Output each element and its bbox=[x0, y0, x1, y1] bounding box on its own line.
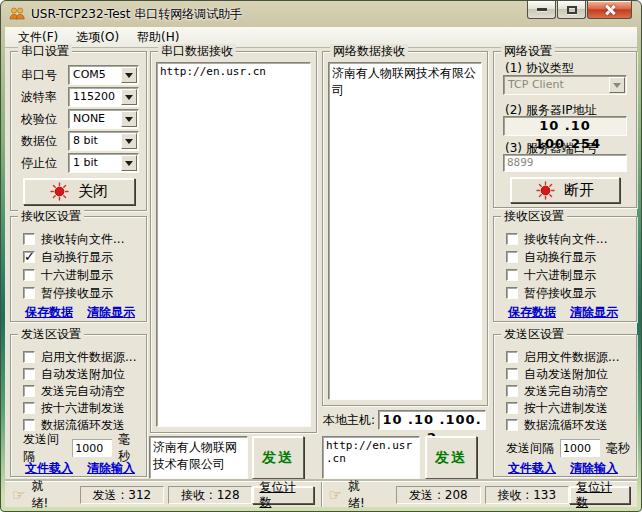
save-data-link[interactable]: 保存数据 bbox=[25, 304, 73, 321]
stop-bits-label: 停止位 bbox=[21, 155, 68, 172]
pointing-hand-icon: ☞ bbox=[12, 486, 25, 504]
serial-close-button[interactable]: 关闭 bbox=[23, 178, 135, 205]
serial-data-group: 串口数据接收 http://en.usr.cn bbox=[150, 51, 317, 433]
network-send-button[interactable]: 发送 bbox=[425, 436, 477, 479]
serial-recv-links: 保存数据 清除显示 bbox=[25, 304, 135, 321]
menu-options[interactable]: 选项(O) bbox=[67, 27, 128, 48]
load-file-link[interactable]: 文件载入 bbox=[508, 460, 556, 477]
chevron-down-icon bbox=[609, 77, 625, 93]
parity-value: NONE bbox=[73, 110, 105, 128]
clear-input-link[interactable]: 清除输入 bbox=[87, 460, 135, 477]
checkbox-box[interactable] bbox=[23, 385, 35, 397]
server-ip-field[interactable]: 10 .10 .100.254 bbox=[503, 116, 627, 136]
network-receive-area[interactable]: 济南有人物联网技术有限公司 bbox=[328, 62, 482, 400]
data-bits-select[interactable]: 8 bit bbox=[68, 131, 139, 151]
local-host-row: 本地主机: 10 .10 .100. 2 bbox=[323, 410, 486, 430]
network-send-file-source-checkbox[interactable]: 启用文件数据源... bbox=[506, 349, 632, 365]
network-reset-count-button[interactable]: 复位计数 bbox=[569, 486, 630, 504]
serial-interval-input[interactable] bbox=[72, 439, 112, 457]
network-send-interval-row: 发送间隔 毫秒 bbox=[506, 438, 630, 458]
clear-display-link[interactable]: 清除显示 bbox=[87, 304, 135, 321]
baud-rate-label: 波特率 bbox=[21, 89, 68, 106]
checkbox-box[interactable] bbox=[23, 287, 35, 299]
chevron-down-icon[interactable] bbox=[121, 67, 137, 83]
checkbox-box[interactable] bbox=[506, 287, 518, 299]
chevron-down-icon[interactable] bbox=[121, 111, 137, 127]
checkbox-box[interactable] bbox=[506, 385, 518, 397]
serial-send-append-bit-checkbox[interactable]: 自动发送附加位 bbox=[23, 366, 142, 382]
checkbox-box[interactable] bbox=[506, 368, 518, 380]
chevron-down-icon[interactable] bbox=[121, 133, 137, 149]
clear-display-link[interactable]: 清除显示 bbox=[570, 304, 618, 321]
network-recv-auto-newline-checkbox[interactable]: 自动换行显示 bbox=[506, 249, 632, 265]
checkbox-box[interactable] bbox=[23, 368, 35, 380]
server-port-field[interactable]: 8899 bbox=[503, 154, 627, 172]
checkbox-box[interactable] bbox=[506, 269, 518, 281]
minimize-icon bbox=[537, 8, 547, 11]
com-port-label: 串口号 bbox=[21, 67, 68, 84]
stop-bits-select[interactable]: 1 bit bbox=[68, 153, 139, 173]
network-settings-title: 网络设置 bbox=[501, 44, 555, 59]
serial-send-settings-group: 发送区设置 启用文件数据源... 自动发送附加位 发送完自动清空 按十六进制发送 bbox=[10, 334, 147, 477]
serial-send-button[interactable]: 发送 bbox=[252, 436, 304, 479]
network-settings-group: 网络设置 (1) 协议类型 TCP Client (2) 服务器IP地址 10 … bbox=[493, 51, 637, 208]
app-icon bbox=[9, 6, 25, 22]
close-icon bbox=[604, 5, 616, 15]
checkbox-box[interactable] bbox=[23, 419, 35, 431]
network-recv-hex-display-checkbox[interactable]: 十六进制显示 bbox=[506, 267, 632, 283]
network-disconnect-label: 断开 bbox=[564, 181, 594, 200]
title-bar: USR-TCP232-Test 串口转网络调试助手 bbox=[1, 1, 641, 27]
checkbox-box[interactable] bbox=[23, 269, 35, 281]
checkbox-box[interactable] bbox=[23, 402, 35, 414]
network-recv-settings-group: 接收区设置 接收转向文件... 自动换行显示 十六进制显示 暂停接收显示 bbox=[493, 216, 637, 322]
com-port-select[interactable]: COM5 bbox=[68, 65, 139, 85]
minimize-button[interactable] bbox=[527, 1, 556, 19]
serial-send-file-source-checkbox[interactable]: 启用文件数据源... bbox=[23, 349, 142, 365]
clear-input-link[interactable]: 清除输入 bbox=[570, 460, 618, 477]
serial-reset-count-button[interactable]: 复位计数 bbox=[252, 486, 313, 504]
network-interval-input[interactable] bbox=[560, 439, 600, 457]
checkbox-box[interactable] bbox=[506, 351, 518, 363]
checkbox-box[interactable] bbox=[23, 251, 35, 263]
com-port-row: 串口号 COM5 bbox=[21, 65, 139, 85]
checkbox-box[interactable] bbox=[506, 251, 518, 263]
protocol-select[interactable]: TCP Client bbox=[503, 75, 627, 95]
checkbox-box[interactable] bbox=[23, 233, 35, 245]
checkbox-box[interactable] bbox=[23, 351, 35, 363]
network-send-append-bit-checkbox[interactable]: 自动发送附加位 bbox=[506, 366, 632, 382]
close-button[interactable] bbox=[587, 1, 632, 19]
parity-select[interactable]: NONE bbox=[68, 109, 139, 129]
checkbox-box[interactable] bbox=[506, 233, 518, 245]
baud-rate-select[interactable]: 115200 bbox=[68, 87, 139, 107]
interval-unit: 毫秒 bbox=[606, 440, 630, 457]
network-send-auto-clear-checkbox[interactable]: 发送完自动清空 bbox=[506, 383, 632, 399]
save-data-link[interactable]: 保存数据 bbox=[508, 304, 556, 321]
serial-recv-pause-checkbox[interactable]: 暂停接收显示 bbox=[23, 285, 142, 301]
content-area: 串口设置 串口号 COM5 波特率 115200 校验位 bbox=[5, 48, 637, 481]
stop-bits-row: 停止位 1 bit bbox=[21, 153, 139, 173]
network-recv-redirect-file-checkbox[interactable]: 接收转向文件... bbox=[506, 231, 632, 247]
app-window: USR-TCP232-Test 串口转网络调试助手 文件(F) 选项(O) 帮助… bbox=[0, 0, 642, 512]
parity-label: 校验位 bbox=[21, 111, 68, 128]
network-send-loop-checkbox[interactable]: 数据流循环发送 bbox=[506, 417, 632, 433]
chevron-down-icon[interactable] bbox=[121, 155, 137, 171]
checkbox-box[interactable] bbox=[506, 419, 518, 431]
serial-send-input[interactable]: 济南有人物联网技术有限公司 bbox=[149, 436, 248, 479]
window-controls bbox=[527, 1, 632, 19]
network-send-input[interactable]: http://en.usr.cn bbox=[322, 436, 420, 479]
network-disconnect-button[interactable]: 断开 bbox=[510, 177, 620, 203]
load-file-link[interactable]: 文件载入 bbox=[25, 460, 73, 477]
serial-receive-area[interactable]: http://en.usr.cn bbox=[156, 62, 311, 427]
serial-send-auto-clear-checkbox[interactable]: 发送完自动清空 bbox=[23, 383, 142, 399]
network-send-hex-checkbox[interactable]: 按十六进制发送 bbox=[506, 400, 632, 416]
checkbox-box[interactable] bbox=[506, 402, 518, 414]
serial-send-hex-checkbox[interactable]: 按十六进制发送 bbox=[23, 400, 142, 416]
chevron-down-icon[interactable] bbox=[121, 89, 137, 105]
serial-recv-hex-display-checkbox[interactable]: 十六进制显示 bbox=[23, 267, 142, 283]
serial-recv-redirect-file-checkbox[interactable]: 接收转向文件... bbox=[23, 231, 142, 247]
maximize-button[interactable] bbox=[557, 1, 586, 19]
network-recv-pause-checkbox[interactable]: 暂停接收显示 bbox=[506, 285, 632, 301]
serial-recv-auto-newline-checkbox[interactable]: 自动换行显示 bbox=[23, 249, 142, 265]
serial-recv-count: 接收 : 128 bbox=[168, 486, 252, 504]
data-bits-value: 8 bit bbox=[73, 132, 98, 150]
